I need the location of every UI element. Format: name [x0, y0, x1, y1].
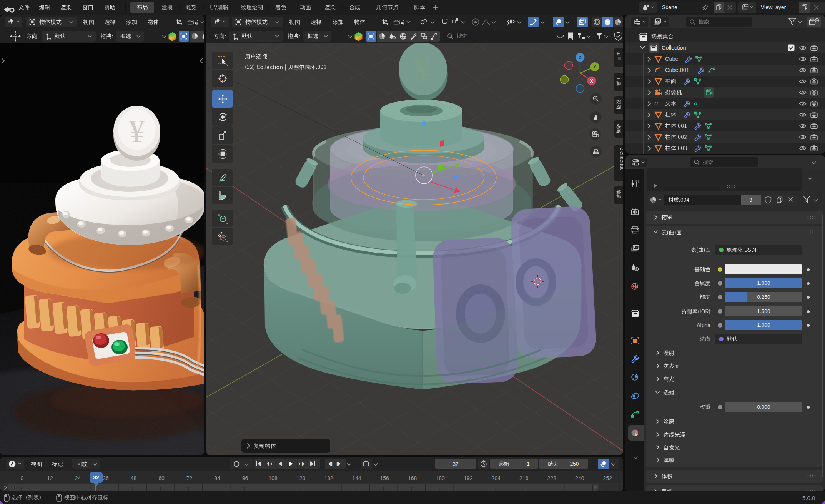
svg-text:BlenderKit: BlenderKit	[619, 147, 624, 170]
svg-text:¥: ¥	[129, 113, 145, 149]
svg-text:Z: Z	[579, 55, 582, 60]
svg-text:X: X	[590, 78, 594, 84]
svg-text:Y: Y	[593, 64, 597, 70]
